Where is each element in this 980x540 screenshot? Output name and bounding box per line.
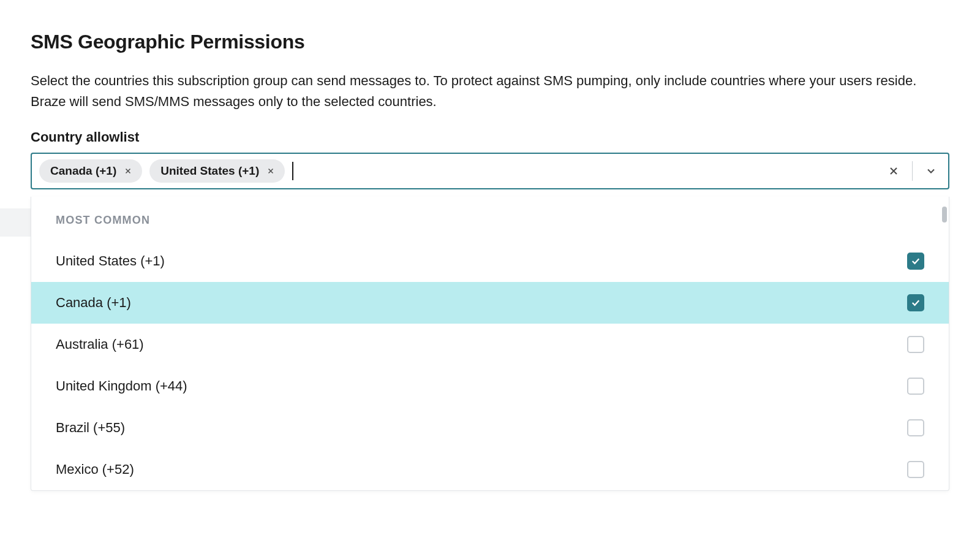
- checkbox-unchecked[interactable]: [907, 461, 924, 478]
- checkbox-checked[interactable]: [907, 294, 924, 311]
- check-icon: [910, 297, 921, 308]
- background-strip: [0, 208, 32, 237]
- option-united-kingdom[interactable]: United Kingdom (+44): [31, 365, 949, 407]
- country-allowlist-multiselect[interactable]: Canada (+1) United States (+1): [31, 153, 949, 189]
- option-label: Canada (+1): [56, 295, 907, 311]
- check-icon: [910, 256, 921, 267]
- option-label: Mexico (+52): [56, 462, 907, 477]
- option-label: United States (+1): [56, 253, 907, 269]
- chip-remove-canada[interactable]: [123, 165, 134, 177]
- chip-label: Canada (+1): [50, 164, 116, 178]
- page-title: SMS Geographic Permissions: [31, 31, 949, 53]
- option-mexico[interactable]: Mexico (+52): [31, 449, 949, 490]
- group-header: Most Common: [31, 214, 949, 240]
- option-brazil[interactable]: Brazil (+55): [31, 407, 949, 449]
- selected-chips: Canada (+1) United States (+1): [39, 159, 285, 183]
- scrollbar-thumb[interactable]: [942, 207, 947, 222]
- chip-united-states[interactable]: United States (+1): [149, 159, 285, 183]
- dropdown-toggle[interactable]: [920, 160, 942, 182]
- checkbox-checked[interactable]: [907, 253, 924, 270]
- chip-remove-united-states[interactable]: [265, 165, 276, 177]
- option-canada[interactable]: Canada (+1): [31, 282, 949, 324]
- option-label: United Kingdom (+44): [56, 378, 907, 394]
- option-label: Australia (+61): [56, 337, 907, 352]
- checkbox-unchecked[interactable]: [907, 336, 924, 353]
- field-label: Country allowlist: [31, 129, 949, 145]
- divider: [912, 161, 913, 181]
- option-label: Brazil (+55): [56, 420, 907, 436]
- option-united-states[interactable]: United States (+1): [31, 240, 949, 282]
- page-description: Select the countries this subscription g…: [31, 70, 949, 112]
- text-cursor: [292, 162, 293, 180]
- chip-canada[interactable]: Canada (+1): [39, 159, 142, 183]
- country-dropdown: Most Common United States (+1) Canada (+…: [31, 197, 949, 491]
- chip-label: United States (+1): [160, 164, 259, 178]
- chevron-down-icon: [925, 165, 937, 177]
- option-australia[interactable]: Australia (+61): [31, 324, 949, 365]
- checkbox-unchecked[interactable]: [907, 378, 924, 395]
- clear-all-button[interactable]: [883, 160, 905, 182]
- checkbox-unchecked[interactable]: [907, 419, 924, 436]
- close-icon: [888, 165, 900, 177]
- close-icon: [266, 167, 275, 175]
- close-icon: [124, 167, 132, 175]
